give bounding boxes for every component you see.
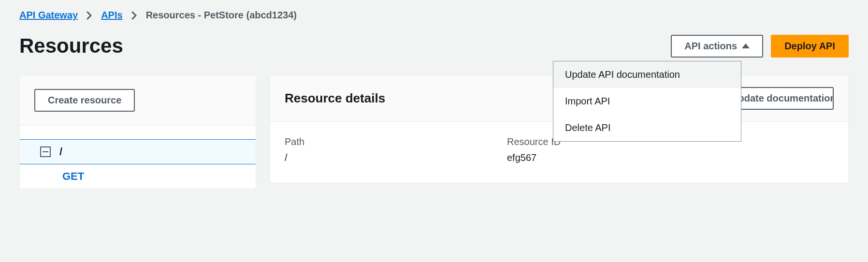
breadcrumb-link-api-gateway[interactable]: API Gateway bbox=[19, 10, 78, 21]
dropdown-item-update-api-documentation[interactable]: Update API documentation bbox=[553, 61, 741, 88]
api-actions-dropdown: Update API documentation Import API Dele… bbox=[553, 61, 741, 142]
chevron-right-icon bbox=[131, 11, 137, 20]
field-path: Path / bbox=[285, 136, 478, 163]
breadcrumb-current: Resources - PetStore (abcd1234) bbox=[146, 10, 297, 21]
breadcrumb: API Gateway APIs Resources - PetStore (a… bbox=[19, 10, 849, 21]
field-path-label: Path bbox=[285, 136, 478, 147]
resource-details-title: Resource details bbox=[285, 91, 385, 106]
page-title: Resources bbox=[19, 34, 123, 58]
field-resource-id-value: efg567 bbox=[507, 152, 700, 163]
field-path-value: / bbox=[285, 152, 478, 163]
collapse-icon[interactable] bbox=[40, 146, 51, 157]
create-resource-button[interactable]: Create resource bbox=[34, 89, 135, 112]
caret-up-icon bbox=[742, 44, 750, 48]
chevron-right-icon bbox=[87, 11, 92, 20]
deploy-api-button[interactable]: Deploy API bbox=[771, 35, 849, 58]
page-header: Resources API actions Deploy API Update … bbox=[19, 34, 849, 58]
dropdown-item-import-api[interactable]: Import API bbox=[553, 88, 741, 115]
breadcrumb-link-apis[interactable]: APIs bbox=[101, 10, 122, 21]
header-actions: API actions Deploy API Update API docume… bbox=[671, 35, 849, 58]
resource-tree-panel: Create resource / GET bbox=[19, 75, 256, 189]
dropdown-item-delete-api[interactable]: Delete API bbox=[553, 115, 741, 141]
api-actions-button[interactable]: API actions bbox=[671, 35, 763, 58]
tree-node-root[interactable]: / bbox=[20, 139, 256, 164]
tree-node-method-get[interactable]: GET bbox=[20, 164, 256, 189]
resource-tree: / GET bbox=[20, 126, 256, 189]
api-actions-label: API actions bbox=[684, 41, 737, 52]
resource-tree-header: Create resource bbox=[20, 75, 256, 126]
tree-node-label: / bbox=[59, 146, 62, 158]
